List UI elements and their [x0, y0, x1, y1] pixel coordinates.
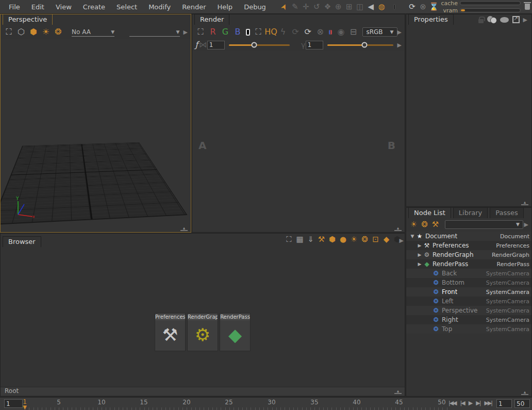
browser-tool-icon[interactable]: ▦ [294, 236, 305, 243]
menu-item[interactable]: Debug [238, 1, 272, 13]
lock-icon[interactable] [478, 19, 484, 23]
pop-out-icon[interactable] [512, 16, 520, 23]
panel-menu-arrow[interactable]: ▶ [524, 221, 529, 228]
panel-menu-arrow[interactable]: ▶ [400, 237, 405, 244]
stereo-glasses-icon[interactable] [329, 30, 332, 35]
render-tool-icon[interactable]: R [207, 28, 219, 36]
expander-icon[interactable]: ▶ [417, 243, 423, 248]
tab-browser[interactable]: Browser [3, 236, 41, 247]
range-end-input[interactable] [514, 399, 530, 408]
resize-grip[interactable]: ▴ [394, 390, 402, 394]
transport-button[interactable]: ▶ [467, 400, 473, 406]
browser-tool-icon[interactable]: ◆ [381, 236, 392, 243]
menu-item[interactable]: Help [211, 1, 238, 13]
viewport-tool-icon[interactable]: ⛶ [3, 28, 15, 36]
node-row[interactable]: ▼ ★ Document Document [406, 232, 531, 241]
browser-item[interactable]: RenderPass ◆ [220, 313, 251, 351]
tool-icon[interactable]: ✛ [301, 3, 311, 11]
menu-item[interactable]: View [50, 1, 77, 13]
tab[interactable]: Passes [490, 207, 524, 218]
resize-grip[interactable]: ▴ [180, 227, 188, 231]
transport-button[interactable]: |◀◀ [447, 400, 458, 406]
trash-icon[interactable] [525, 4, 530, 10]
timeline[interactable]: 1 ▼ 5101520253035404550 |◀◀|◀▶▶|▶▶| [0, 397, 532, 410]
current-frame-input[interactable] [4, 399, 23, 408]
viewport-tool-icon[interactable]: ☀ [40, 28, 52, 36]
browser-tool-icon[interactable]: ⛶ [284, 236, 294, 243]
range-start-input[interactable] [496, 399, 512, 408]
render-tool-icon[interactable]: ⟳ [302, 28, 314, 36]
render-tool-icon[interactable]: ⛶ [252, 28, 264, 36]
tab-perspective[interactable]: Perspective [3, 14, 53, 25]
tool-icon[interactable]: ⊗ [418, 3, 428, 11]
resize-grip[interactable]: ▴ [521, 391, 528, 395]
panel-menu-arrow[interactable]: ▶ [397, 29, 403, 36]
tab[interactable]: Library [453, 207, 488, 218]
exposure-input[interactable] [207, 41, 225, 50]
tab-render[interactable]: Render [194, 14, 229, 25]
tool-icon[interactable]: ⌛ [428, 3, 439, 11]
tab-properties[interactable]: Properties [408, 14, 454, 25]
tool-icon[interactable]: ⊞ [344, 3, 355, 11]
perspective-3d-viewport[interactable]: Y x ▴ [1, 39, 191, 232]
render-tool-icon[interactable]: G [219, 28, 231, 36]
tool-icon[interactable]: ↺ [311, 3, 322, 11]
node-row[interactable]: ❂ Back SystemCamera [406, 269, 531, 278]
transport-button[interactable]: |◀ [459, 400, 466, 406]
browser-tool-icon[interactable]: ⇓ [305, 236, 316, 243]
transport-button[interactable]: ▶| [474, 400, 481, 406]
background-swatch-icon[interactable] [246, 29, 250, 36]
node-row[interactable]: ❂ Top SystemCamera [406, 324, 531, 334]
node-row[interactable]: ❂ Left SystemCamera [406, 297, 531, 306]
filter-icon[interactable]: ⚒ [430, 221, 441, 228]
node-row[interactable]: ❂ Bottom SystemCamera [406, 278, 531, 287]
panel-menu-arrow[interactable]: ▶ [184, 29, 189, 36]
slider-handle[interactable] [362, 42, 368, 48]
tool-icon[interactable]: ✎ [290, 3, 301, 11]
frame-ruler[interactable]: 1 ▼ 5101520253035404550 [23, 398, 451, 410]
frame-marker[interactable]: 1 ▼ [23, 398, 27, 409]
tool-icon[interactable]: ➤ [279, 3, 290, 11]
browser-tool-icon[interactable]: ❂ [359, 236, 370, 243]
antialias-dropdown[interactable]: No AA▼ [72, 28, 114, 37]
clamp-icon[interactable]: ⋈ [199, 41, 207, 49]
node-row[interactable]: ▶ ⚒ Preferences Preferences [406, 241, 531, 250]
menu-item[interactable]: Create [77, 1, 111, 13]
browser-content[interactable]: Preferences ⚒ RenderGraph ⚙ RenderPass ◆ [1, 247, 405, 387]
browser-tool-icon[interactable]: ⊡ [370, 236, 381, 243]
slider-handle[interactable] [252, 42, 257, 48]
menu-item[interactable]: Modify [143, 1, 176, 13]
render-image-viewport[interactable]: A B ▴ [192, 51, 405, 232]
tool-icon[interactable]: ❖ [322, 3, 333, 11]
gamma-input[interactable] [306, 41, 323, 50]
layers-icon[interactable] [487, 16, 496, 23]
render-tool-icon[interactable]: ⊗ [314, 28, 326, 36]
node-row[interactable]: ▶ ⚙ RenderGraph RenderGraph [406, 250, 531, 259]
exposure-slider[interactable] [229, 44, 290, 46]
tool-icon[interactable]: ◀ [365, 3, 376, 11]
render-tool-icon[interactable]: ⛶ [194, 28, 207, 36]
expander-icon[interactable]: ▶ [417, 252, 423, 257]
node-row[interactable]: ❂ Right SystemCamera [406, 315, 531, 324]
tab[interactable]: Node List [408, 207, 451, 218]
resize-grip[interactable]: ▴ [521, 201, 528, 205]
gamma-slider[interactable] [327, 44, 393, 46]
render-tool-icon[interactable]: ⊟ [347, 28, 359, 36]
menu-item[interactable]: File [3, 1, 26, 13]
panel-menu-arrow[interactable]: ▶ [523, 17, 528, 23]
browser-tool-icon[interactable]: ⬢ [327, 236, 338, 243]
filter-icon[interactable]: ☀ [408, 221, 419, 228]
render-tool-icon[interactable]: HQ [264, 28, 277, 36]
browser-item[interactable]: RenderGraph ⚙ [187, 313, 218, 351]
menu-item[interactable]: Select [111, 1, 143, 13]
node-row[interactable]: ▶ ◆ RenderPass RenderPass [406, 259, 531, 269]
tool-icon[interactable]: ◫ [355, 3, 365, 11]
node-row[interactable]: ❂ Front SystemCamera [406, 287, 531, 297]
node-row[interactable]: ❂ Perspective SystemCamera [406, 306, 531, 315]
render-tool-icon[interactable]: B [231, 28, 244, 36]
render-tool-icon[interactable]: ◉ [335, 28, 347, 36]
browser-tool-icon[interactable]: ● [338, 236, 348, 243]
viewport-tool-icon[interactable]: ⬡ [15, 28, 27, 36]
browser-item[interactable]: Preferences ⚒ [155, 313, 186, 351]
filter-icon[interactable]: ❂ [419, 221, 430, 228]
